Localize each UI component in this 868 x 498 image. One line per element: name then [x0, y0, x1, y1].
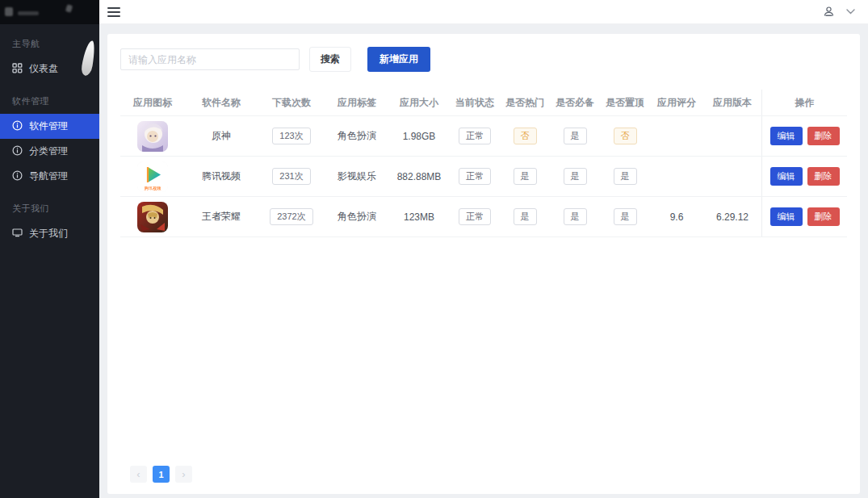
sidebar-section-about: 关于我们 — [0, 189, 99, 221]
top-cell: 是 — [600, 197, 650, 236]
app-version — [703, 157, 761, 196]
pinned-badge: 是 — [614, 168, 637, 185]
status-badge: 正常 — [459, 168, 491, 185]
sidebar-item-label: 分类管理 — [29, 144, 68, 158]
table-row: 原神 123次 角色扮演 1.98GB 正常 否 是 否 编辑 删除 — [120, 116, 847, 157]
status-badge: 正常 — [459, 208, 491, 225]
apps-table: 应用图标软件名称下载次数应用标签应用大小当前状态是否热门是否必备是否置顶应用评分… — [120, 90, 847, 237]
app-name: 王者荣耀 — [185, 197, 258, 236]
hot-badge: 是 — [514, 168, 537, 185]
sidebar-item-category-management[interactable]: 分类管理 — [0, 139, 99, 164]
column-header: 应用大小 — [388, 90, 450, 115]
sidebar-item-about-us[interactable]: 关于我们 — [0, 221, 99, 246]
search-toolbar: 搜索 新增应用 — [120, 47, 847, 72]
actions-cell: 编辑 删除 — [761, 116, 847, 156]
app-icon — [137, 121, 168, 152]
logo-mark-2 — [65, 4, 73, 13]
edit-button[interactable]: 编辑 — [770, 207, 803, 226]
empty-space — [120, 237, 847, 461]
sidebar-section-software: 软件管理 — [0, 82, 99, 114]
actions-cell: 编辑 删除 — [761, 197, 847, 236]
topbar — [99, 0, 868, 24]
hot-cell: 是 — [500, 157, 550, 196]
app-rating — [650, 157, 703, 196]
delete-button[interactable]: 删除 — [807, 167, 840, 186]
status-cell: 正常 — [450, 116, 500, 156]
content-card: 搜索 新增应用 应用图标软件名称下载次数应用标签应用大小当前状态是否热门是否必备… — [107, 34, 860, 494]
column-header: 是否置顶 — [600, 90, 650, 115]
column-header: 操作 — [761, 90, 847, 115]
app-icon — [137, 202, 168, 232]
column-header: 应用评分 — [650, 90, 703, 115]
app-size: 1.98GB — [388, 116, 450, 156]
topbar-right — [823, 6, 855, 18]
table-body: 原神 123次 角色扮演 1.98GB 正常 否 是 否 编辑 删除 腾讯视频 … — [120, 116, 847, 237]
status-cell: 正常 — [450, 197, 500, 236]
chevron-down-icon[interactable] — [846, 9, 855, 15]
table-row: 腾讯视频 腾讯视频 231次 影视娱乐 882.88MB 正常 是 是 是 编辑… — [120, 157, 847, 197]
pagination-page-1[interactable]: 1 — [153, 466, 170, 483]
info-circle-icon — [12, 170, 23, 183]
hamburger-icon[interactable] — [107, 7, 120, 17]
status-badge: 正常 — [459, 128, 491, 144]
table-header-row: 应用图标软件名称下载次数应用标签应用大小当前状态是否热门是否必备是否置顶应用评分… — [120, 90, 847, 116]
sidebar-item-label: 关于我们 — [29, 227, 68, 241]
actions-cell: 编辑 删除 — [761, 157, 847, 196]
logo-text-blur — [18, 11, 39, 15]
essential-cell: 是 — [550, 197, 600, 236]
essential-badge: 是 — [564, 208, 587, 225]
dashboard-grid-icon — [12, 63, 23, 76]
search-button[interactable]: 搜索 — [309, 47, 351, 72]
app-logo — [0, 0, 99, 24]
app-tag: 角色扮演 — [325, 197, 388, 236]
app-size: 123MB — [388, 197, 450, 236]
app-icon-caption: 腾讯视频 — [141, 186, 165, 190]
app-icon-cell — [120, 197, 185, 236]
info-circle-icon — [12, 145, 23, 158]
app-version: 6.29.12 — [703, 197, 761, 236]
download-count-cell: 231次 — [258, 157, 325, 196]
pagination-next-button[interactable]: › — [175, 466, 192, 483]
hot-badge: 否 — [514, 128, 537, 144]
app-icon: 腾讯视频 — [137, 161, 168, 192]
monitor-icon — [12, 228, 23, 241]
edit-button[interactable]: 编辑 — [770, 127, 803, 145]
app-name: 原神 — [185, 116, 258, 156]
sidebar-item-software-management[interactable]: 软件管理 — [0, 114, 99, 139]
app-icon-cell: 腾讯视频 — [120, 157, 185, 196]
essential-badge: 是 — [564, 128, 587, 144]
column-header: 是否必备 — [550, 90, 600, 115]
app-name: 腾讯视频 — [185, 157, 258, 196]
app-icon-cell — [120, 116, 185, 156]
sidebar-item-navigation-management[interactable]: 导航管理 — [0, 164, 99, 189]
app-tag: 影视娱乐 — [325, 157, 388, 196]
delete-button[interactable]: 删除 — [807, 207, 840, 226]
pagination-prev-button[interactable]: ‹ — [130, 466, 147, 483]
column-header: 应用图标 — [120, 90, 185, 115]
main-region: 搜索 新增应用 应用图标软件名称下载次数应用标签应用大小当前状态是否热门是否必备… — [99, 0, 868, 498]
app-root: 主导航 仪表盘 软件管理 软件管理 分类管理 — [0, 0, 868, 498]
app-size: 882.88MB — [388, 157, 450, 196]
pinned-badge: 否 — [614, 128, 637, 144]
download-count-tag: 231次 — [272, 168, 310, 185]
hot-cell: 否 — [500, 116, 550, 156]
app-rating — [650, 116, 703, 156]
delete-button[interactable]: 删除 — [807, 127, 840, 145]
hot-badge: 是 — [514, 208, 537, 225]
download-count-cell: 2372次 — [258, 197, 325, 236]
sidebar-item-label: 导航管理 — [29, 169, 68, 183]
add-app-button[interactable]: 新增应用 — [367, 47, 430, 72]
download-count-tag: 123次 — [272, 128, 310, 144]
column-header: 下载次数 — [258, 90, 325, 115]
essential-badge: 是 — [564, 168, 587, 185]
column-header: 软件名称 — [185, 90, 258, 115]
search-input[interactable] — [120, 48, 300, 70]
column-header: 是否热门 — [500, 90, 550, 115]
sidebar: 主导航 仪表盘 软件管理 软件管理 分类管理 — [0, 0, 99, 498]
column-header: 应用版本 — [703, 90, 761, 115]
info-circle-icon — [12, 120, 23, 133]
edit-button[interactable]: 编辑 — [770, 167, 803, 186]
download-count-cell: 123次 — [258, 116, 325, 156]
app-rating: 9.6 — [650, 197, 703, 236]
user-avatar-icon[interactable] — [823, 6, 835, 18]
